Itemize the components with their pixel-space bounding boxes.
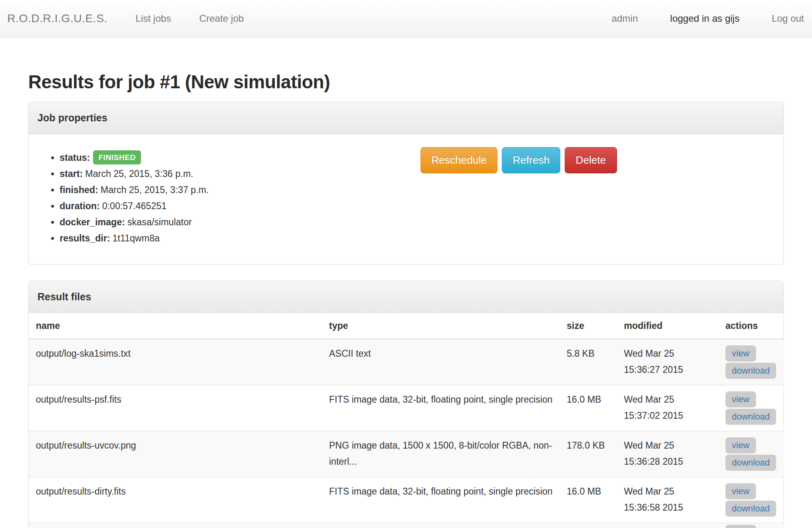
job-property-results-dir: results_dir:1t11qwm8a [60,230,773,246]
page-title: Results for job #1 (New simulation) [28,71,784,93]
job-property-docker-image: docker_image:skasa/simulator [60,214,773,230]
job-property-value: March 25, 2015, 3:36 p.m. [85,168,194,179]
job-property-label: duration: [60,201,100,211]
file-modified: Wed Mar 25 15:36:58 2015 [617,477,718,523]
table-row: output/log-ska1sims.txt ASCII text 5.8 K… [29,339,784,385]
job-property-value: skasa/simulator [127,217,192,227]
main-content: Results for job #1 (New simulation) Job … [28,71,784,528]
file-name: output/log-ska1sims.txt [29,339,322,385]
job-actions: Reschedule Refresh Delete [420,147,617,173]
table-row: output/plots-smakh1427290568.486482/log … [29,523,784,528]
file-size: 16.0 MB [559,477,617,523]
job-properties-panel-body: status:FINISHED start:March 25, 2015, 3:… [29,134,783,264]
job-property-label: status: [60,152,90,163]
job-property-duration: duration:0:00:57.465251 [60,198,773,214]
logged-in-user-text: logged in as gijs [670,13,740,24]
table-row: output/results-dirty.fits FITS image dat… [29,477,784,523]
job-property-status: status:FINISHED [60,150,773,166]
file-size: 12.4 KB [559,523,617,528]
file-type: PNG image data, 1500 x 1500, 8-bit/color… [322,431,559,477]
file-modified: Wed Mar 25 15:37:02 2015 [617,385,718,431]
job-property-value: 0:00:57.465251 [102,201,167,211]
file-size: 16.0 MB [559,385,617,431]
file-type: FITS image data, 32-bit, floating point,… [322,385,559,431]
nav-left: List jobs Create job [108,13,244,24]
column-header-size: size [559,313,617,339]
result-files-panel-heading: Result files [29,281,783,313]
file-name: output/plots-smakh1427290568.486482/log [29,523,322,528]
download-button[interactable]: download [725,455,776,471]
nav-item-list-jobs[interactable]: List jobs [136,13,171,24]
view-button[interactable]: view [725,345,756,362]
job-property-label: start: [60,168,83,179]
job-properties-list: status:FINISHED start:March 25, 2015, 3:… [39,150,773,246]
download-button[interactable]: download [725,363,776,379]
file-type: FITS image data, 32-bit, floating point,… [322,477,559,523]
brand-logo[interactable]: R.O.D.R.I.G.U.E.S. [7,12,108,25]
download-button[interactable]: download [725,501,776,517]
view-button[interactable]: view [725,391,756,407]
reschedule-button[interactable]: Reschedule [420,147,497,173]
table-row: output/results-psf.fits FITS image data,… [29,385,784,431]
delete-button[interactable]: Delete [565,147,617,173]
column-header-actions: actions [718,313,784,339]
file-size: 5.8 KB [559,339,617,385]
column-header-type: type [322,313,559,339]
column-header-modified: modified [617,313,718,339]
job-property-finished: finished:March 25, 2015, 3:37 p.m. [60,182,773,198]
download-button[interactable]: download [725,409,776,425]
result-files-panel: Result files name type size modified act… [28,281,784,528]
nav-item-admin[interactable]: admin [611,13,638,24]
job-property-value: March 25, 2015, 3:37 p.m. [101,185,209,195]
result-files-panel-title: Result files [37,291,91,302]
view-button[interactable]: view [725,525,756,528]
file-modified: Wed Mar 25 [617,523,718,528]
file-actions: view download [718,431,784,477]
file-actions: view download [718,385,784,431]
job-property-label: results_dir: [60,233,110,243]
file-modified: Wed Mar 25 15:36:28 2015 [617,431,718,477]
file-actions: view download [718,523,784,528]
navbar: R.O.D.R.I.G.U.E.S. List jobs Create job … [0,0,812,37]
file-type: ASCII text [322,339,559,385]
file-name: output/results-psf.fits [29,385,322,431]
refresh-button[interactable]: Refresh [502,147,560,173]
table-row: output/results-uvcov.png PNG image data,… [29,431,784,477]
result-files-table: name type size modified actions output/l… [29,313,784,528]
file-name: output/results-uvcov.png [29,431,322,477]
file-actions: view download [718,339,784,385]
job-property-label: finished: [60,185,98,195]
view-button[interactable]: view [725,483,756,499]
status-badge: FINISHED [93,150,141,164]
nav-item-create-job[interactable]: Create job [199,13,244,24]
table-header-row: name type size modified actions [29,313,784,339]
column-header-name: name [29,313,322,339]
file-modified: Wed Mar 25 15:36:27 2015 [617,339,718,385]
file-type: ASCII text, with very long lines [322,523,559,528]
job-property-label: docker_image: [60,217,125,227]
file-actions: view download [718,477,784,523]
job-properties-panel: Job properties status:FINISHED start:Mar… [28,102,784,264]
job-properties-panel-heading: Job properties [29,102,783,134]
job-property-start: start:March 25, 2015, 3:36 p.m. [60,166,773,182]
file-name: output/results-dirty.fits [29,477,322,523]
job-properties-panel-title: Job properties [37,112,108,123]
file-size: 178.0 KB [559,431,617,477]
nav-right: admin logged in as gijs Log out [579,13,804,24]
view-button[interactable]: view [725,437,756,453]
job-property-value: 1t11qwm8a [112,233,160,243]
nav-item-logout[interactable]: Log out [772,13,804,24]
